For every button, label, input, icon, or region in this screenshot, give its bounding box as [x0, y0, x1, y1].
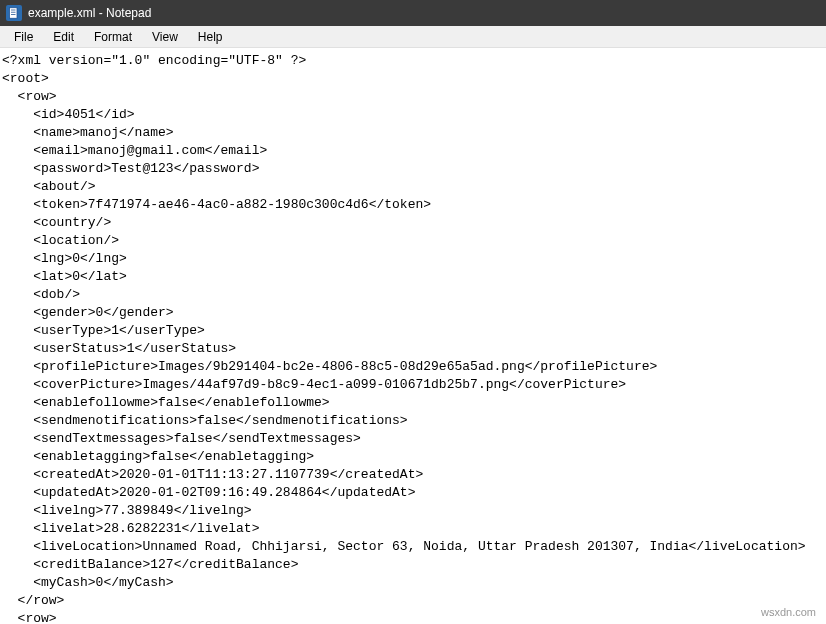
svg-rect-0 [10, 8, 18, 19]
menu-edit[interactable]: Edit [43, 28, 84, 46]
menu-format[interactable]: Format [84, 28, 142, 46]
menu-help[interactable]: Help [188, 28, 233, 46]
notepad-icon [6, 5, 22, 21]
text-editor[interactable]: <?xml version="1.0" encoding="UTF-8" ?> … [0, 48, 826, 624]
menubar: File Edit Format View Help [0, 26, 826, 48]
titlebar[interactable]: example.xml - Notepad [0, 0, 826, 26]
window-title: example.xml - Notepad [28, 6, 151, 20]
watermark: wsxdn.com [761, 606, 816, 618]
menu-view[interactable]: View [142, 28, 188, 46]
menu-file[interactable]: File [4, 28, 43, 46]
